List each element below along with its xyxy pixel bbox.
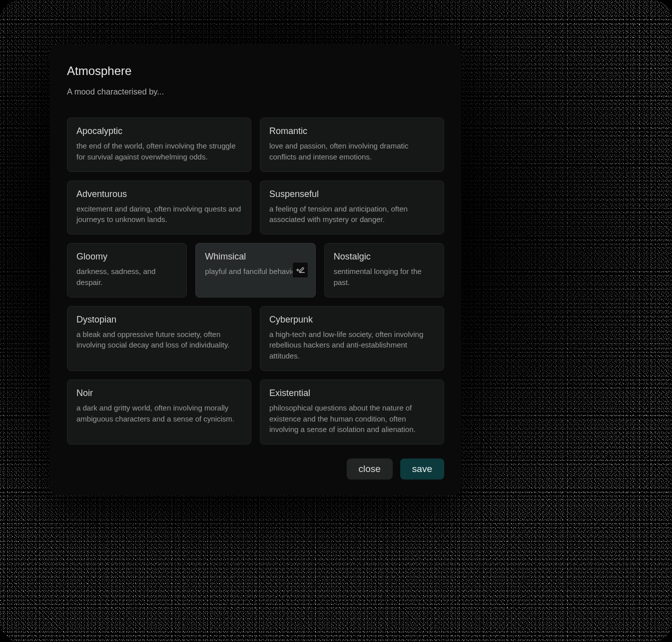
add-edit-icon[interactable] <box>292 262 308 278</box>
card-title: Apocalyptic <box>76 126 242 136</box>
card-title: Adventurous <box>76 189 242 200</box>
card-nostalgic[interactable]: Nostalgicsentimental longing for the pas… <box>324 243 444 298</box>
card-description: a feeling of tension and anticipation, o… <box>269 204 435 226</box>
card-title: Suspenseful <box>269 189 435 200</box>
card-description: the end of the world, often involving th… <box>76 140 242 162</box>
card-suspenseful[interactable]: Suspensefula feeling of tension and anti… <box>260 180 444 235</box>
card-romantic[interactable]: Romanticlove and passion, often involvin… <box>260 118 444 172</box>
cards-grid: Apocalypticthe end of the world, often i… <box>67 118 444 444</box>
card-description: philosophical questions about the nature… <box>269 402 435 435</box>
card-title: Romantic <box>269 126 435 136</box>
cards-row: Adventurousexcitement and daring, often … <box>67 180 444 235</box>
card-description: excitement and daring, often involving q… <box>76 204 242 226</box>
card-title: Nostalgic <box>334 252 435 262</box>
card-description: a dark and gritty world, often involving… <box>76 402 242 424</box>
modal-actions: close save <box>67 458 444 480</box>
cards-row: Gloomydarkness, sadness, and despair.Whi… <box>67 243 444 298</box>
cards-row: Apocalypticthe end of the world, often i… <box>67 118 444 172</box>
modal-subtitle: A mood characterised by... <box>67 87 444 96</box>
card-gloomy[interactable]: Gloomydarkness, sadness, and despair. <box>67 243 187 298</box>
card-noir[interactable]: Noira dark and gritty world, often invol… <box>67 380 251 444</box>
card-description: darkness, sadness, and despair. <box>76 266 177 288</box>
card-title: Dystopian <box>76 314 242 325</box>
card-title: Cyberpunk <box>269 314 435 325</box>
card-cyberpunk[interactable]: Cyberpunka high-tech and low-life societ… <box>260 306 444 371</box>
card-description: sentimental longing for the past. <box>334 266 435 288</box>
card-dystopian[interactable]: Dystopiana bleak and oppressive future s… <box>67 306 251 371</box>
save-button[interactable]: save <box>400 458 444 480</box>
cards-row: Noira dark and gritty world, often invol… <box>67 380 444 444</box>
card-description: a bleak and oppressive future society, o… <box>76 329 242 351</box>
cards-row: Dystopiana bleak and oppressive future s… <box>67 306 444 371</box>
atmosphere-modal: Atmosphere A mood characterised by... Ap… <box>50 44 461 496</box>
card-title: Whimsical <box>205 252 306 262</box>
card-existential[interactable]: Existentialphilosophical questions about… <box>260 380 444 444</box>
close-button[interactable]: close <box>347 458 393 480</box>
card-description: a high-tech and low-life society, often … <box>269 329 435 362</box>
card-description: playful and fanciful behavior. <box>205 266 306 277</box>
modal-title: Atmosphere <box>67 64 444 78</box>
card-title: Existential <box>269 388 435 398</box>
card-title: Gloomy <box>76 252 177 262</box>
card-description: love and passion, often involving dramat… <box>269 140 435 162</box>
card-title: Noir <box>76 388 242 398</box>
card-whimsical[interactable]: Whimsicalplayful and fanciful behavior. <box>195 243 315 298</box>
card-adventurous[interactable]: Adventurousexcitement and daring, often … <box>67 180 251 235</box>
card-apocalyptic[interactable]: Apocalypticthe end of the world, often i… <box>67 118 251 172</box>
